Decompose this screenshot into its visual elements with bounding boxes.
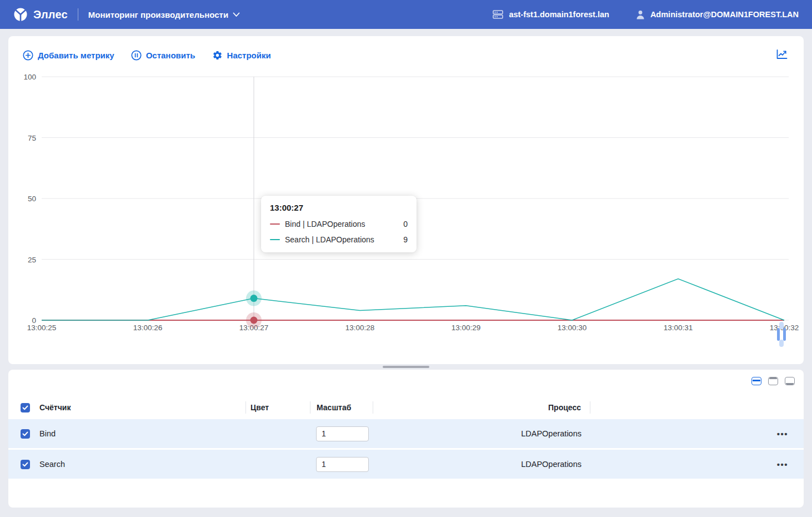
settings-label: Настройки bbox=[227, 51, 271, 60]
tooltip-row-search: Search | LDAPOperations 9 bbox=[270, 235, 408, 244]
select-all-checkbox[interactable] bbox=[21, 403, 30, 412]
chart-area: 025507510013:00:2513:00:2613:00:2713:00:… bbox=[8, 72, 804, 339]
header-process: Процесс bbox=[373, 401, 590, 414]
user-name: Administrator@DOMAIN1FOREST.LAN bbox=[650, 10, 799, 19]
user-icon bbox=[636, 10, 645, 19]
chart-view-button[interactable] bbox=[775, 48, 789, 63]
svg-text:13:00:31: 13:00:31 bbox=[664, 324, 693, 332]
process-name: LDAPOperations bbox=[373, 460, 590, 469]
counters-table: Счётчик Цвет Масштаб Процесс Bind LDAPOp… bbox=[8, 397, 804, 479]
row-menu-button-search[interactable]: ••• bbox=[777, 460, 788, 469]
svg-text:25: 25 bbox=[28, 256, 36, 264]
row-menu-button-bind[interactable]: ••• bbox=[777, 429, 788, 439]
tooltip-time: 13:00:27 bbox=[270, 203, 408, 212]
user-menu[interactable]: Administrator@DOMAIN1FOREST.LAN bbox=[636, 10, 799, 19]
settings-button[interactable]: Настройки bbox=[212, 50, 271, 61]
add-metric-label: Добавить метрику bbox=[38, 51, 114, 60]
layout-top-button[interactable] bbox=[768, 377, 778, 385]
add-metric-button[interactable]: Добавить метрику bbox=[23, 50, 114, 61]
pause-bars-icon bbox=[777, 328, 786, 341]
svg-text:13:00:25: 13:00:25 bbox=[27, 324, 57, 332]
layout-toggles bbox=[8, 370, 804, 385]
header-actions bbox=[590, 401, 804, 414]
chevron-down-icon bbox=[233, 12, 240, 17]
tooltip-value-bind: 0 bbox=[403, 220, 408, 228]
svg-text:13:00:26: 13:00:26 bbox=[133, 324, 163, 332]
chart-panel: Добавить метрику Остановить Настройки bbox=[8, 36, 804, 364]
scale-input-bind[interactable] bbox=[316, 426, 369, 441]
stop-label: Остановить bbox=[146, 51, 196, 60]
chart-tooltip: 13:00:27 Bind | LDAPOperations 0 Search … bbox=[261, 196, 417, 252]
app-header: Эллес Мониторинг производительности ast-… bbox=[0, 0, 812, 29]
page-title-menu[interactable]: Мониторинг производительности bbox=[88, 10, 240, 19]
page-title: Мониторинг производительности bbox=[88, 10, 228, 19]
svg-text:13:00:30: 13:00:30 bbox=[558, 324, 587, 332]
line-chart-icon bbox=[776, 49, 788, 60]
header-scale: Масштаб bbox=[310, 401, 373, 414]
svg-text:13:00:29: 13:00:29 bbox=[452, 324, 481, 332]
counter-name: Search bbox=[39, 460, 245, 469]
tooltip-label-search: Search | LDAPOperations bbox=[285, 235, 374, 244]
tooltip-value-search: 9 bbox=[403, 235, 408, 244]
header-color: Цвет bbox=[245, 401, 310, 414]
row-checkbox-bind[interactable] bbox=[21, 429, 30, 439]
pause-circle-icon bbox=[131, 50, 142, 61]
select-all-cell bbox=[8, 401, 39, 414]
gear-icon bbox=[212, 50, 223, 61]
process-name: LDAPOperations bbox=[373, 429, 590, 438]
app-name: Эллес bbox=[33, 8, 68, 21]
table-row-search: Search LDAPOperations ••• bbox=[8, 450, 804, 479]
counter-name: Bind bbox=[39, 429, 245, 438]
table-row-bind: Bind LDAPOperations ••• bbox=[8, 419, 804, 448]
header-counter: Счётчик bbox=[39, 401, 245, 414]
panel-splitter[interactable] bbox=[0, 364, 812, 370]
timeline-scroll-handle[interactable] bbox=[775, 322, 788, 347]
series-dash-search bbox=[270, 239, 280, 240]
appbar-divider bbox=[78, 8, 78, 21]
tooltip-label-bind: Bind | LDAPOperations bbox=[285, 220, 365, 228]
chart-toolbar: Добавить метрику Остановить Настройки bbox=[8, 36, 804, 62]
server-icon bbox=[493, 10, 503, 19]
svg-text:75: 75 bbox=[28, 134, 36, 142]
svg-text:100: 100 bbox=[23, 73, 36, 81]
stop-button[interactable]: Остановить bbox=[131, 50, 196, 61]
table-header-row: Счётчик Цвет Масштаб Процесс bbox=[8, 397, 804, 417]
row-checkbox-search[interactable] bbox=[21, 460, 30, 469]
tooltip-row-bind: Bind | LDAPOperations 0 bbox=[270, 220, 408, 228]
plus-circle-icon bbox=[23, 50, 33, 61]
svg-text:50: 50 bbox=[28, 195, 36, 203]
host-name: ast-fst1.domain1forest.lan bbox=[509, 10, 609, 19]
svg-text:13:00:28: 13:00:28 bbox=[345, 324, 375, 332]
host-indicator[interactable]: ast-fst1.domain1forest.lan bbox=[493, 10, 609, 19]
series-dash-bind bbox=[270, 223, 280, 225]
app-logo-icon bbox=[13, 7, 28, 22]
splitter-drag-handle[interactable] bbox=[383, 366, 429, 368]
counters-panel: Счётчик Цвет Масштаб Процесс Bind LDAPOp… bbox=[8, 370, 804, 508]
scroll-glow-bottom bbox=[779, 340, 784, 347]
layout-bottom-button[interactable] bbox=[785, 377, 795, 385]
app-logo[interactable]: Эллес bbox=[13, 7, 68, 22]
scale-input-search[interactable] bbox=[316, 457, 369, 472]
layout-split-button[interactable] bbox=[751, 377, 761, 385]
